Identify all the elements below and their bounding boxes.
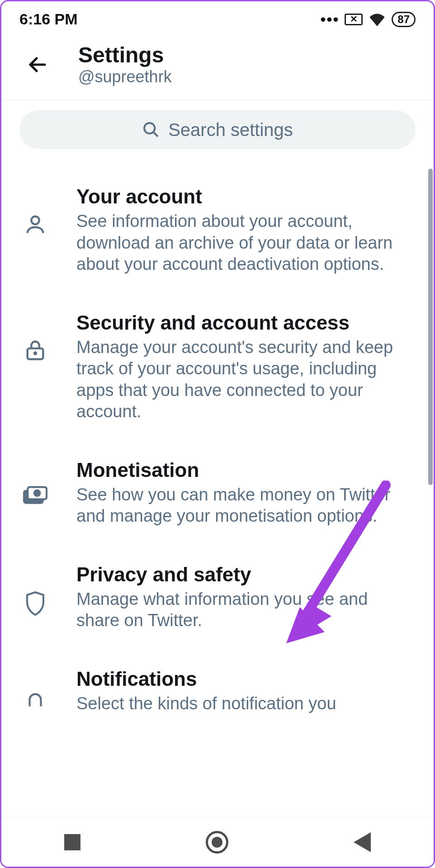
app-header: Settings @supreethrk — [1, 33, 434, 100]
search-placeholder: Search settings — [168, 120, 293, 140]
status-icons: ••• 87 — [321, 10, 416, 28]
bell-icon — [15, 668, 56, 712]
item-title: Monetisation — [76, 459, 411, 481]
svg-line-2 — [153, 132, 158, 137]
header-title-block: Settings @supreethrk — [78, 42, 172, 86]
money-icon — [15, 459, 56, 505]
user-icon — [15, 185, 56, 236]
nav-home-button[interactable] — [206, 831, 228, 854]
android-nav-bar — [1, 817, 434, 867]
status-bar: 6:16 PM ••• 87 — [1, 1, 434, 33]
wifi-icon — [368, 13, 386, 26]
battery-indicator: 87 — [392, 12, 416, 27]
settings-list: Your account See information about your … — [1, 154, 434, 732]
item-desc: Manage what information you see and shar… — [76, 589, 411, 632]
search-container: Search settings — [1, 100, 434, 154]
nav-back-button[interactable] — [354, 832, 371, 852]
item-desc: See how you can make money on Twitter an… — [76, 484, 411, 527]
more-icon: ••• — [321, 10, 340, 28]
settings-item-monetisation[interactable]: Monetisation See how you can make money … — [15, 441, 411, 545]
settings-item-privacy-safety[interactable]: Privacy and safety Manage what informati… — [15, 545, 411, 650]
svg-point-8 — [34, 490, 40, 495]
svg-point-1 — [144, 123, 155, 133]
item-title: Privacy and safety — [76, 563, 411, 586]
svg-point-3 — [31, 217, 39, 224]
lock-icon — [15, 311, 56, 362]
settings-item-your-account[interactable]: Your account See information about your … — [15, 167, 411, 293]
settings-item-notifications[interactable]: Notifications Select the kinds of notifi… — [15, 650, 411, 733]
item-title: Your account — [76, 185, 411, 208]
svg-point-5 — [34, 352, 36, 354]
settings-item-security[interactable]: Security and account access Manage your … — [15, 293, 411, 441]
no-sim-icon — [345, 14, 363, 25]
item-desc: Manage your account's security and keep … — [76, 337, 411, 423]
item-desc: See information about your account, down… — [76, 211, 411, 275]
item-desc: Select the kinds of notification you — [76, 693, 411, 715]
shield-icon — [15, 563, 56, 616]
search-input[interactable]: Search settings — [19, 110, 416, 149]
status-time: 6:16 PM — [19, 10, 78, 28]
item-title: Notifications — [76, 668, 411, 690]
page-title: Settings — [78, 42, 172, 67]
item-title: Security and account access — [76, 311, 411, 334]
scrollbar[interactable] — [428, 169, 433, 485]
user-handle: @supreethrk — [78, 67, 172, 86]
nav-recent-button[interactable] — [64, 834, 80, 850]
back-button[interactable] — [24, 51, 51, 78]
